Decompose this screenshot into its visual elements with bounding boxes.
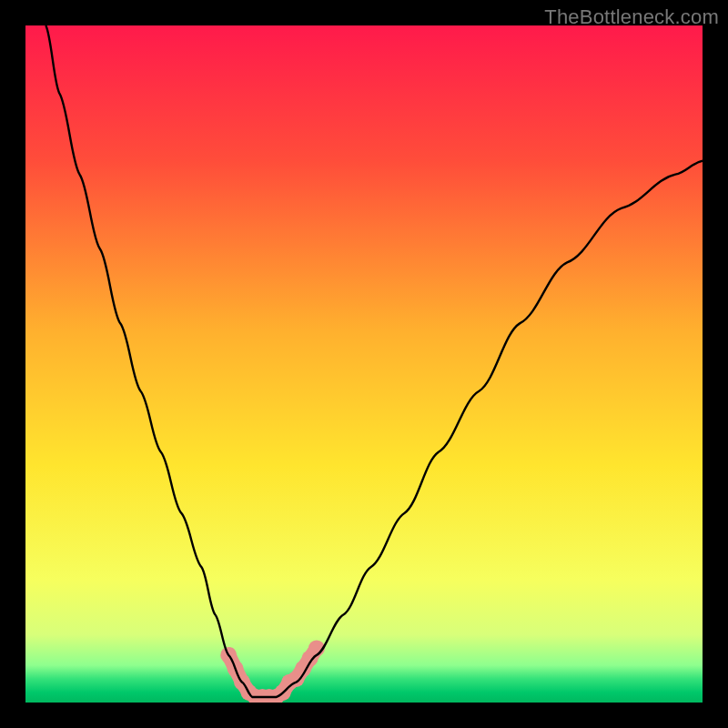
chart-frame: TheBottleneck.com	[0, 0, 728, 728]
gradient-background	[25, 25, 703, 703]
bottleneck-chart	[25, 25, 703, 703]
watermark-label: TheBottleneck.com	[544, 5, 719, 29]
